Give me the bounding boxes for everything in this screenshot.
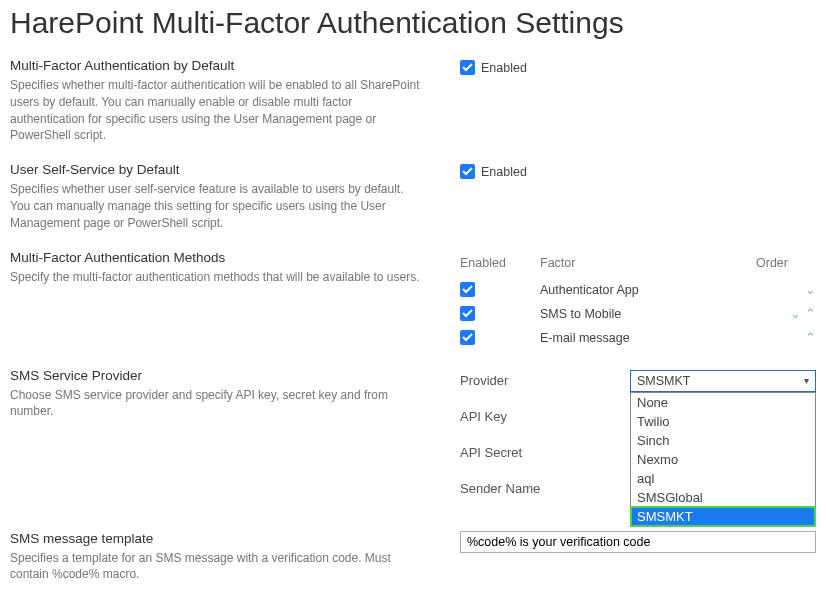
template-heading: SMS message template: [10, 531, 430, 546]
chevron-down-icon: ▾: [804, 375, 809, 386]
setting-mfa-default: Multi-Factor Authentication by Default S…: [10, 58, 816, 144]
methods-col-factor: Factor: [540, 256, 756, 270]
mfa-default-checkbox-label: Enabled: [481, 61, 527, 75]
mfa-default-checkbox[interactable]: [460, 60, 475, 75]
method-factor-label: E-mail message: [540, 331, 756, 345]
provider-label: Provider: [460, 373, 630, 388]
method-factor-label: Authenticator App: [540, 283, 756, 297]
sms-provider-desc: Choose SMS service provider and specify …: [10, 387, 430, 421]
methods-heading: Multi-Factor Authentication Methods: [10, 250, 430, 265]
provider-option[interactable]: Twilio: [631, 412, 815, 431]
setting-sms-provider: SMS Service Provider Choose SMS service …: [10, 368, 816, 529]
methods-desc: Specify the multi-factor authentication …: [10, 269, 430, 286]
provider-option[interactable]: SMSGlobal: [631, 488, 815, 507]
provider-selected-value: SMSMKT: [637, 374, 690, 388]
self-service-checkbox-label: Enabled: [481, 165, 527, 179]
provider-select[interactable]: SMSMKT ▾: [630, 370, 816, 392]
move-down-icon[interactable]: ⌄: [790, 306, 801, 321]
provider-option[interactable]: aql: [631, 469, 815, 488]
method-enabled-checkbox[interactable]: [460, 330, 475, 345]
template-input[interactable]: [460, 531, 816, 553]
api-secret-label: API Secret: [460, 445, 630, 460]
method-enabled-checkbox[interactable]: [460, 306, 475, 321]
methods-row: SMS to Mobile⌄⌃: [460, 302, 816, 326]
setting-template: SMS message template Specifies a templat…: [10, 531, 816, 590]
setting-self-service: User Self-Service by Default Specifies w…: [10, 162, 816, 231]
mfa-default-desc: Specifies whether multi-factor authentic…: [10, 77, 430, 144]
sender-name-label: Sender Name: [460, 481, 630, 496]
methods-row: E-mail message⌃: [460, 326, 816, 350]
sms-provider-heading: SMS Service Provider: [10, 368, 430, 383]
provider-option[interactable]: SMSMKT: [631, 507, 815, 526]
mfa-default-heading: Multi-Factor Authentication by Default: [10, 58, 430, 73]
provider-option[interactable]: Sinch: [631, 431, 815, 450]
method-enabled-checkbox[interactable]: [460, 282, 475, 297]
move-down-icon[interactable]: ⌄: [805, 282, 816, 297]
setting-methods: Multi-Factor Authentication Methods Spec…: [10, 250, 816, 350]
methods-col-order: Order: [756, 256, 816, 270]
provider-option[interactable]: Nexmo: [631, 450, 815, 469]
self-service-desc: Specifies whether user self-service feat…: [10, 181, 430, 231]
provider-dropdown: NoneTwilioSinchNexmoaqlSMSGlobalSMSMKT: [630, 392, 816, 527]
template-desc: Specifies a template for an SMS message …: [10, 550, 430, 584]
move-up-icon[interactable]: ⌃: [805, 330, 816, 345]
api-key-label: API Key: [460, 409, 630, 424]
self-service-heading: User Self-Service by Default: [10, 162, 430, 177]
methods-col-enabled: Enabled: [460, 256, 540, 270]
self-service-checkbox[interactable]: [460, 164, 475, 179]
methods-row: Authenticator App⌄: [460, 278, 816, 302]
provider-option[interactable]: None: [631, 393, 815, 412]
move-up-icon[interactable]: ⌃: [805, 306, 816, 321]
method-factor-label: SMS to Mobile: [540, 307, 756, 321]
page-title: HarePoint Multi-Factor Authentication Se…: [10, 6, 816, 40]
